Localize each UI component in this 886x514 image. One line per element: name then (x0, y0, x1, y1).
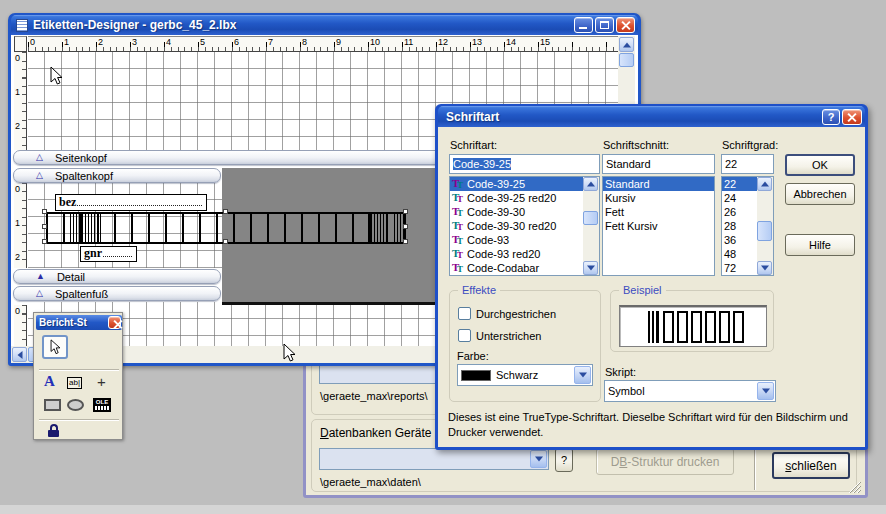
triangle-icon: △ (36, 171, 43, 180)
label-tool-button[interactable]: A (44, 373, 55, 390)
chevron-down-icon[interactable] (574, 366, 591, 384)
rectangle-tool-button[interactable] (44, 399, 61, 411)
triangle-icon: △ (36, 153, 43, 162)
chevron-down-icon[interactable] (757, 382, 774, 400)
minimize-button[interactable] (574, 17, 593, 33)
style-list-item[interactable]: Kursiv (603, 191, 714, 205)
selection-handle[interactable] (223, 209, 228, 214)
scrollbar-thumb[interactable] (757, 221, 772, 241)
style-list[interactable]: StandardKursivFettFett Kursiv (602, 176, 715, 276)
close-icon[interactable] (616, 17, 635, 33)
truetype-icon (452, 206, 467, 218)
font-list-item[interactable]: Code-39-30 (450, 205, 583, 219)
size-list-item[interactable]: 26 (722, 205, 757, 219)
color-label: Farbe: (457, 350, 489, 362)
selection-handle[interactable] (42, 239, 47, 244)
resize-grip[interactable] (846, 479, 861, 493)
scroll-up-icon[interactable] (583, 177, 598, 191)
ruler-corner (14, 36, 27, 52)
field-gnr[interactable]: gnr (80, 246, 137, 262)
pointer-icon (50, 339, 61, 355)
scroll-up-icon[interactable] (619, 37, 634, 52)
dialog-client: Schriftart: Schriftschnitt: Schriftgrad:… (438, 127, 865, 447)
maximize-button[interactable] (595, 17, 614, 33)
cancel-button[interactable]: Abbrechen (785, 183, 855, 205)
main-titlebar[interactable]: Etiketten-Designer - gerbc_45_2.lbx (11, 15, 638, 35)
size-list-item[interactable]: 28 (722, 219, 757, 233)
size-list[interactable]: 22242628364872 (721, 176, 774, 276)
toolbox-titlebar[interactable]: Bericht-St (36, 315, 122, 330)
scroll-up-icon[interactable] (757, 177, 772, 191)
scrollbar-thumb[interactable] (619, 53, 634, 67)
scroll-down-icon[interactable] (757, 261, 772, 275)
strikethrough-checkbox[interactable] (458, 307, 471, 320)
scroll-left-icon[interactable] (12, 347, 27, 362)
textfield-tool-button[interactable]: ab| (67, 377, 82, 389)
toolbox-title: Bericht-St (36, 317, 106, 328)
size-list-item[interactable]: 36 (722, 233, 757, 247)
vertical-ruler-bottom: 0 (14, 305, 27, 347)
pointer-tool-button[interactable] (42, 335, 68, 359)
chevron-down-icon[interactable] (530, 450, 547, 468)
style-input[interactable]: Standard (602, 154, 715, 174)
band-spaltenfuss[interactable]: △Spaltenfuß (13, 286, 221, 301)
separator (39, 369, 119, 371)
size-list-item[interactable]: 48 (722, 247, 757, 261)
color-combo[interactable]: Schwarz (457, 364, 593, 386)
ellipse-tool-button[interactable] (67, 399, 84, 411)
line-tool-button[interactable]: + (97, 373, 106, 390)
selection-handle[interactable] (403, 239, 408, 244)
close-icon[interactable] (108, 316, 121, 329)
size-list-item[interactable]: 72 (722, 261, 757, 275)
database-combo[interactable] (319, 448, 549, 470)
size-list-item[interactable]: 24 (722, 191, 757, 205)
truetype-icon (452, 178, 467, 190)
dialog-titlebar[interactable]: Schriftart ? (438, 106, 865, 127)
size-list-item[interactable]: 22 (722, 177, 757, 191)
ole-tool-button[interactable]: OLE (93, 398, 111, 412)
font-list-item[interactable]: Code-39-25 (450, 177, 583, 191)
size-list-scrollbar[interactable] (757, 177, 773, 275)
close-window-button[interactable]: schließen (772, 452, 850, 479)
db-help-button[interactable]: ? (555, 448, 573, 472)
barcode-thin-bars (70, 214, 102, 242)
band-spaltenkopf[interactable]: △Spaltenkopf (13, 168, 221, 183)
scroll-down-icon[interactable] (583, 261, 598, 275)
separator (39, 419, 119, 421)
selection-handle[interactable] (42, 209, 47, 214)
help-icon[interactable]: ? (822, 109, 840, 125)
selection-handle[interactable] (403, 224, 408, 229)
db-structure-print-button[interactable]: DB-Struktur drucken (596, 448, 734, 475)
font-list-scrollbar[interactable] (583, 177, 599, 275)
font-list-item[interactable]: Code-Codabar (450, 261, 583, 275)
style-list-item[interactable]: Fett Kursiv (603, 219, 714, 233)
font-list-item[interactable]: Code-39-25 red20 (450, 191, 583, 205)
font-list[interactable]: Code-39-25Code-39-25 red20Code-39-30Code… (449, 176, 600, 276)
font-input[interactable]: Code-39-25 (449, 154, 600, 174)
triangle-icon: ▲ (36, 272, 45, 281)
field-bez[interactable]: bez (55, 194, 207, 211)
style-list-item[interactable]: Fett (603, 205, 714, 219)
selection-handle[interactable] (223, 239, 228, 244)
font-list-item[interactable]: Code-39-30 red20 (450, 219, 583, 233)
window-title: Etiketten-Designer - gerbc_45_2.lbx (33, 18, 572, 32)
mouse-cursor (50, 66, 64, 86)
style-list-item[interactable]: Standard (603, 177, 714, 191)
font-label: Schriftart: (450, 139, 497, 151)
selection-handle[interactable] (403, 209, 408, 214)
lock-icon[interactable] (48, 424, 59, 437)
font-list-item[interactable]: Code-93 red20 (450, 247, 583, 261)
taskbar-strip (0, 505, 886, 514)
close-icon[interactable] (842, 109, 862, 125)
ok-button[interactable]: OK (785, 154, 855, 176)
underline-label: Unterstrichen (476, 330, 541, 342)
size-label: Schriftgrad: (722, 139, 778, 151)
underline-checkbox[interactable] (458, 329, 471, 342)
selection-handle[interactable] (42, 224, 47, 229)
font-list-item[interactable]: Code-93 (450, 233, 583, 247)
scrollbar-thumb[interactable] (583, 211, 598, 225)
band-detail[interactable]: ▲Detail (13, 269, 221, 284)
help-button[interactable]: Hilfe (785, 234, 855, 256)
script-combo[interactable]: Symbol (604, 380, 776, 402)
size-input[interactable]: 22 (721, 154, 774, 174)
